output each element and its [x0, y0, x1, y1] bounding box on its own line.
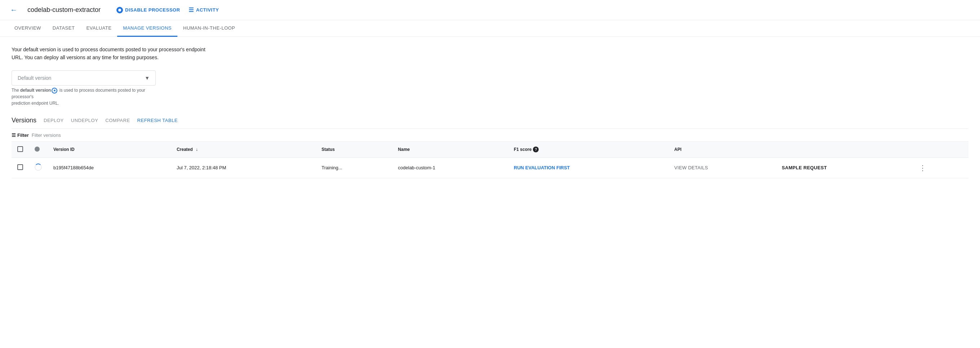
filter-lines-icon: ☰	[11, 132, 16, 138]
th-f1-score: F1 score ?	[508, 142, 668, 158]
tab-manage-versions[interactable]: MANAGE VERSIONS	[117, 20, 177, 37]
row-sample-request: SAMPLE REQUEST	[776, 157, 910, 178]
activity-icon: ☰	[189, 6, 194, 13]
versions-title: Versions	[11, 117, 37, 124]
top-actions: DISABLE PROCESSOR ☰ ACTIVITY	[116, 6, 219, 13]
disable-processor-button[interactable]: DISABLE PROCESSOR	[116, 7, 180, 13]
th-status-circle	[35, 147, 40, 152]
main-content: Your default version is used to process …	[0, 37, 980, 187]
nav-tabs: OVERVIEW DATASET EVALUATE MANAGE VERSION…	[0, 20, 980, 37]
disable-processor-icon	[116, 7, 123, 13]
row-more-options: ⋮	[910, 157, 969, 178]
th-version-id: Version ID	[48, 142, 171, 158]
th-created[interactable]: Created ↓	[171, 142, 316, 158]
th-status: Status	[316, 142, 392, 158]
top-bar: ← codelab-custom-extractor DISABLE PROCE…	[0, 0, 980, 20]
th-name: Name	[392, 142, 508, 158]
versions-header: Versions DEPLOY UNDEPLOY COMPARE REFRESH…	[11, 117, 969, 124]
sample-request-button[interactable]: SAMPLE REQUEST	[782, 165, 827, 171]
row-status-icon-cell	[29, 157, 48, 178]
f1-help-icon[interactable]: ?	[533, 147, 539, 152]
activity-button[interactable]: ☰ ACTIVITY	[189, 6, 219, 13]
default-version-select[interactable]: Default version ▼	[11, 70, 156, 86]
sort-desc-icon: ↓	[196, 147, 198, 152]
star-icon: ★	[52, 88, 57, 94]
filter-bar: ☰ Filter Filter versions	[11, 129, 969, 142]
deploy-button[interactable]: DEPLOY	[44, 118, 64, 123]
versions-section: Versions DEPLOY UNDEPLOY COMPARE REFRESH…	[11, 117, 969, 178]
table-header-row: Version ID Created ↓ Status Name	[11, 142, 969, 158]
tab-human-in-the-loop[interactable]: HUMAN-IN-THE-LOOP	[177, 20, 241, 37]
run-evaluation-button[interactable]: RUN EVALUATION FIRST	[514, 165, 570, 171]
table-row: b195f47188b654de Jul 7, 2022, 2:18:48 PM…	[11, 157, 969, 178]
tab-overview[interactable]: OVERVIEW	[9, 20, 47, 37]
row-version-id: b195f47188b654de	[48, 157, 171, 178]
tab-dataset[interactable]: DATASET	[47, 20, 81, 37]
row-f1-score: RUN EVALUATION FIRST	[508, 157, 668, 178]
default-version-section: Default version ▼ The default version★ i…	[11, 70, 156, 107]
loading-spinner-icon	[35, 164, 42, 171]
undeploy-button[interactable]: UNDEPLOY	[71, 118, 99, 123]
back-button[interactable]: ←	[9, 4, 19, 16]
refresh-table-button[interactable]: REFRESH TABLE	[137, 118, 178, 123]
filter-icon: ☰ Filter	[11, 132, 29, 138]
th-checkbox	[11, 142, 29, 158]
more-options-button[interactable]: ⋮	[916, 163, 929, 173]
row-checkbox[interactable]	[17, 164, 23, 170]
description: Your default version is used to process …	[11, 45, 264, 62]
tab-evaluate[interactable]: EVALUATE	[80, 20, 117, 37]
version-hint: The default version★ is used to process …	[11, 87, 156, 107]
chevron-down-icon: ▼	[145, 75, 150, 81]
row-checkbox-cell	[11, 157, 29, 178]
th-status-icon	[29, 142, 48, 158]
versions-table: Version ID Created ↓ Status Name	[11, 142, 969, 178]
row-name: codelab-custom-1	[392, 157, 508, 178]
compare-button[interactable]: COMPARE	[105, 118, 130, 123]
row-view-details: VIEW DETAILS	[668, 157, 776, 178]
filter-placeholder: Filter versions	[32, 132, 61, 138]
view-details-button[interactable]: VIEW DETAILS	[674, 165, 708, 171]
header-checkbox[interactable]	[17, 146, 23, 152]
versions-actions: DEPLOY UNDEPLOY COMPARE REFRESH TABLE	[44, 118, 178, 123]
row-created: Jul 7, 2022, 2:18:48 PM	[171, 157, 316, 178]
th-api: API	[668, 142, 969, 158]
row-status: Training...	[316, 157, 392, 178]
page-title: codelab-custom-extractor	[27, 6, 100, 14]
